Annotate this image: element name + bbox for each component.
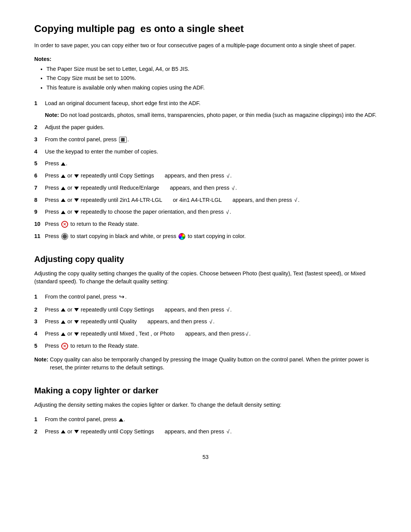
- section1-title: Copying multiple pag es onto a single sh…: [34, 23, 377, 35]
- notes-block: Notes: The Paper Size must be set to Let…: [34, 56, 377, 93]
- step-text: Press or repeatedly until Copy Settingsa…: [45, 172, 377, 180]
- up-arrow-icon: [61, 174, 65, 178]
- notes-list: The Paper Size must be set to Letter, Le…: [34, 64, 377, 93]
- step-num: 1: [34, 99, 45, 108]
- check-icon: √: [226, 208, 229, 216]
- step-text: Press or repeatedly until Copy Settingsa…: [45, 306, 377, 314]
- bw-icon: [61, 233, 68, 240]
- step-num: 2: [34, 306, 45, 314]
- section3: Making a copy lighter or darker Adjustin…: [34, 386, 377, 436]
- color-icon: [178, 233, 185, 240]
- step-text: Press .: [45, 160, 377, 168]
- check-icon: √: [294, 196, 297, 204]
- step-num: 9: [34, 208, 45, 216]
- check-icon: √: [226, 428, 229, 436]
- step-1: 1 Load an original document faceup, shor…: [34, 99, 377, 108]
- section3-title: Making a copy lighter or darker: [34, 386, 377, 396]
- up-arrow-icon: [61, 308, 65, 312]
- step-8: 8 Press or repeatedly until 2in1 A4-LTR-…: [34, 196, 377, 204]
- section2-title: Adjusting copy quality: [34, 254, 377, 264]
- step-text: From the control panel, press ↩.: [45, 292, 377, 302]
- page-number: 53: [202, 454, 209, 460]
- down-arrow-icon: [74, 211, 79, 214]
- step-text: From the control panel, press .: [45, 415, 377, 424]
- step-4: 4 Use the keypad to enter the number of …: [34, 148, 377, 156]
- panel-icon: ⬛: [119, 137, 127, 143]
- down-arrow-icon: [74, 187, 79, 190]
- step-2: 2 Press or repeatedly until Copy Setting…: [34, 306, 377, 314]
- step-2: 2 Press or repeatedly until Copy Setting…: [34, 428, 377, 436]
- step-num: 8: [34, 196, 45, 204]
- step-5: 5 Press .: [34, 160, 377, 168]
- step-3: 3 From the control panel, press ⬛.: [34, 136, 377, 144]
- step-num: 3: [34, 136, 45, 144]
- up-arrow-icon: [61, 211, 65, 214]
- notes-label: Notes:: [34, 56, 377, 62]
- section2-intro: Adjusting the copy quality setting chang…: [34, 270, 377, 286]
- step-text: Press ✕ to return to the Ready state.: [45, 342, 377, 350]
- steps-list-1: 1 Load an original document faceup, shor…: [34, 99, 377, 241]
- step-text: Press or repeatedly until Qualityappears…: [45, 318, 377, 326]
- up-arrow-icon: [61, 187, 65, 190]
- step-num: 4: [34, 148, 45, 156]
- back-icon: ↩: [119, 292, 124, 302]
- step-4: 4 Press or repeatedly until Mixed , Text…: [34, 330, 377, 338]
- up-arrow-icon: [61, 332, 65, 336]
- step-num: 2: [34, 123, 45, 132]
- step-num: 1: [34, 415, 45, 424]
- footer-note-text: Copy quality can also be temporarily cha…: [50, 356, 377, 372]
- step-num: 3: [34, 318, 45, 326]
- check-icon: √: [245, 330, 249, 338]
- step-num: 1: [34, 293, 45, 301]
- up-arrow-icon: [61, 162, 65, 166]
- page-footer: 53: [34, 454, 377, 460]
- x-circle-icon: ✕: [61, 343, 68, 350]
- section2: Adjusting copy quality Adjusting the cop…: [34, 254, 377, 372]
- list-item: This feature is available only when maki…: [46, 83, 377, 93]
- step-num: 2: [34, 428, 45, 436]
- step-9: 9 Press or repeatedly to choose the pape…: [34, 208, 377, 216]
- steps-list-2: 1 From the control panel, press ↩. 2 Pre…: [34, 292, 377, 350]
- step-10: 10 Press ✕ to return to the Ready state.: [34, 220, 377, 228]
- x-circle-icon: ✕: [61, 221, 68, 228]
- down-arrow-icon: [74, 430, 79, 433]
- down-arrow-icon: [74, 198, 79, 202]
- step-num: 10: [34, 220, 45, 228]
- step-note: Note:Do not load postcards, photos, smal…: [34, 111, 377, 120]
- step-text: Adjust the paper guides.: [45, 123, 377, 132]
- step-text: Press to start copying in black and whit…: [45, 232, 377, 241]
- check-icon: √: [232, 184, 235, 192]
- up-arrow-icon: [61, 430, 65, 433]
- step-text: Load an original document faceup, short …: [45, 99, 377, 108]
- list-item: The Paper Size must be set to Letter, Le…: [46, 64, 377, 74]
- step-2: 2 Adjust the paper guides.: [34, 123, 377, 132]
- step-text: Press or repeatedly until Reduce/Enlarge…: [45, 184, 377, 192]
- section1-intro: In order to save paper, you can copy eit…: [34, 42, 377, 50]
- step-5: 5 Press ✕ to return to the Ready state.: [34, 342, 377, 350]
- up-arrow-icon: [61, 198, 65, 202]
- step-text: Press or repeatedly until Mixed , Text ,…: [45, 330, 377, 338]
- step-num: 7: [34, 184, 45, 192]
- up-arrow-icon: [61, 320, 65, 324]
- step-text: Press or repeatedly until 2in1 A4-LTR-LG…: [45, 196, 377, 204]
- step-1: 1 From the control panel, press ↩.: [34, 292, 377, 302]
- step-7: 7 Press or repeatedly until Reduce/Enlar…: [34, 184, 377, 192]
- step-num: 5: [34, 160, 45, 168]
- note-inline-label: Note:: [45, 112, 59, 118]
- step-text: Press or repeatedly to choose the paper …: [45, 208, 377, 216]
- list-item: The Copy Size must be set to 100%.: [46, 73, 377, 83]
- check-icon: √: [226, 306, 229, 314]
- section2-footer-note: Note: Copy quality can also be temporari…: [34, 356, 377, 372]
- note-inline-label: Note:: [34, 356, 48, 372]
- down-arrow-icon: [74, 332, 79, 336]
- step-num: 6: [34, 172, 45, 180]
- step-3: 3 Press or repeatedly until Qualityappea…: [34, 318, 377, 326]
- check-icon: √: [226, 172, 229, 180]
- step-text: Press or repeatedly until Copy Settingsa…: [45, 428, 377, 436]
- step-num: 11: [34, 232, 45, 241]
- step-num: 4: [34, 330, 45, 338]
- step-text: From the control panel, press ⬛.: [45, 136, 377, 144]
- step-text: Note:Do not load postcards, photos, smal…: [45, 111, 377, 120]
- step-6: 6 Press or repeatedly until Copy Setting…: [34, 172, 377, 180]
- steps-list-3: 1 From the control panel, press . 2 Pres…: [34, 415, 377, 436]
